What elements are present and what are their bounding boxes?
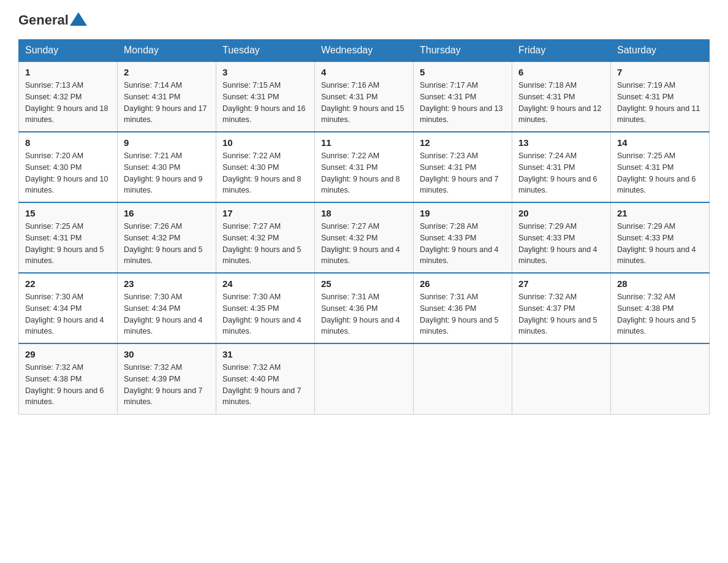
day-info: Sunrise: 7:32 AMSunset: 4:38 PMDaylight:… (617, 291, 703, 337)
table-row: 5Sunrise: 7:17 AMSunset: 4:31 PMDaylight… (414, 61, 512, 132)
day-number: 7 (617, 67, 703, 77)
table-row: 18Sunrise: 7:27 AMSunset: 4:32 PMDayligh… (315, 202, 414, 273)
day-info: Sunrise: 7:30 AMSunset: 4:34 PMDaylight:… (124, 291, 210, 337)
day-info: Sunrise: 7:28 AMSunset: 4:33 PMDaylight:… (420, 221, 506, 267)
table-row: 9Sunrise: 7:21 AMSunset: 4:30 PMDaylight… (118, 132, 216, 202)
table-row: 8Sunrise: 7:20 AMSunset: 4:30 PMDaylight… (19, 132, 118, 202)
day-info: Sunrise: 7:32 AMSunset: 4:37 PMDaylight:… (518, 291, 604, 337)
col-friday: Friday (512, 40, 611, 62)
day-number: 1 (25, 67, 111, 77)
day-number: 15 (25, 208, 111, 218)
day-number: 25 (321, 278, 407, 289)
page-header: General (18, 12, 710, 28)
table-row: 19Sunrise: 7:28 AMSunset: 4:33 PMDayligh… (414, 202, 512, 273)
col-wednesday: Wednesday (315, 40, 414, 62)
table-row: 7Sunrise: 7:19 AMSunset: 4:31 PMDaylight… (611, 61, 710, 132)
day-info: Sunrise: 7:13 AMSunset: 4:32 PMDaylight:… (25, 80, 111, 126)
table-row: 13Sunrise: 7:24 AMSunset: 4:31 PMDayligh… (512, 132, 611, 202)
day-info: Sunrise: 7:25 AMSunset: 4:31 PMDaylight:… (617, 150, 703, 196)
table-row: 28Sunrise: 7:32 AMSunset: 4:38 PMDayligh… (611, 273, 710, 343)
day-info: Sunrise: 7:22 AMSunset: 4:31 PMDaylight:… (321, 150, 407, 196)
table-row (512, 343, 611, 414)
logo-general-text: General (18, 12, 69, 28)
table-row: 17Sunrise: 7:27 AMSunset: 4:32 PMDayligh… (216, 202, 315, 273)
table-row (611, 343, 710, 414)
calendar-body: 1Sunrise: 7:13 AMSunset: 4:32 PMDaylight… (19, 61, 710, 414)
day-number: 21 (617, 208, 703, 218)
day-number: 29 (25, 349, 111, 359)
day-info: Sunrise: 7:31 AMSunset: 4:36 PMDaylight:… (321, 291, 407, 337)
table-row: 6Sunrise: 7:18 AMSunset: 4:31 PMDaylight… (512, 61, 611, 132)
day-number: 12 (420, 137, 506, 148)
day-info: Sunrise: 7:15 AMSunset: 4:31 PMDaylight:… (222, 80, 308, 126)
day-number: 31 (222, 349, 308, 359)
table-row: 4Sunrise: 7:16 AMSunset: 4:31 PMDaylight… (315, 61, 414, 132)
table-row: 15Sunrise: 7:25 AMSunset: 4:31 PMDayligh… (19, 202, 118, 273)
calendar-header: Sunday Monday Tuesday Wednesday Thursday… (19, 40, 710, 62)
calendar-table: Sunday Monday Tuesday Wednesday Thursday… (18, 39, 710, 415)
day-info: Sunrise: 7:27 AMSunset: 4:32 PMDaylight:… (222, 221, 308, 267)
day-info: Sunrise: 7:18 AMSunset: 4:31 PMDaylight:… (518, 80, 604, 126)
day-info: Sunrise: 7:19 AMSunset: 4:31 PMDaylight:… (617, 80, 703, 126)
day-number: 18 (321, 208, 407, 218)
day-number: 4 (321, 67, 407, 77)
calendar-week-row: 8Sunrise: 7:20 AMSunset: 4:30 PMDaylight… (19, 132, 710, 202)
day-info: Sunrise: 7:30 AMSunset: 4:34 PMDaylight:… (25, 291, 111, 337)
table-row: 20Sunrise: 7:29 AMSunset: 4:33 PMDayligh… (512, 202, 611, 273)
day-info: Sunrise: 7:22 AMSunset: 4:30 PMDaylight:… (222, 150, 308, 196)
day-number: 16 (124, 208, 210, 218)
table-row: 12Sunrise: 7:23 AMSunset: 4:31 PMDayligh… (414, 132, 512, 202)
day-info: Sunrise: 7:23 AMSunset: 4:31 PMDaylight:… (420, 150, 506, 196)
day-info: Sunrise: 7:27 AMSunset: 4:32 PMDaylight:… (321, 221, 407, 267)
table-row: 1Sunrise: 7:13 AMSunset: 4:32 PMDaylight… (19, 61, 118, 132)
day-number: 27 (518, 278, 604, 289)
table-row (315, 343, 414, 414)
day-number: 3 (222, 67, 308, 77)
table-row: 3Sunrise: 7:15 AMSunset: 4:31 PMDaylight… (216, 61, 315, 132)
table-row: 26Sunrise: 7:31 AMSunset: 4:36 PMDayligh… (414, 273, 512, 343)
day-info: Sunrise: 7:32 AMSunset: 4:39 PMDaylight:… (124, 362, 210, 408)
day-info: Sunrise: 7:29 AMSunset: 4:33 PMDaylight:… (518, 221, 604, 267)
day-number: 23 (124, 278, 210, 289)
day-info: Sunrise: 7:20 AMSunset: 4:30 PMDaylight:… (25, 150, 111, 196)
day-info: Sunrise: 7:32 AMSunset: 4:38 PMDaylight:… (25, 362, 111, 408)
day-number: 17 (222, 208, 308, 218)
day-number: 24 (222, 278, 308, 289)
day-number: 22 (25, 278, 111, 289)
table-row: 16Sunrise: 7:26 AMSunset: 4:32 PMDayligh… (118, 202, 216, 273)
table-row: 31Sunrise: 7:32 AMSunset: 4:40 PMDayligh… (216, 343, 315, 414)
table-row: 24Sunrise: 7:30 AMSunset: 4:35 PMDayligh… (216, 273, 315, 343)
col-thursday: Thursday (414, 40, 512, 62)
calendar-week-row: 1Sunrise: 7:13 AMSunset: 4:32 PMDaylight… (19, 61, 710, 132)
day-number: 6 (518, 67, 604, 77)
day-info: Sunrise: 7:26 AMSunset: 4:32 PMDaylight:… (124, 221, 210, 267)
day-info: Sunrise: 7:31 AMSunset: 4:36 PMDaylight:… (420, 291, 506, 337)
calendar-week-row: 29Sunrise: 7:32 AMSunset: 4:38 PMDayligh… (19, 343, 710, 414)
day-info: Sunrise: 7:14 AMSunset: 4:31 PMDaylight:… (124, 80, 210, 126)
day-number: 9 (124, 137, 210, 148)
day-number: 19 (420, 208, 506, 218)
day-info: Sunrise: 7:29 AMSunset: 4:33 PMDaylight:… (617, 221, 703, 267)
day-number: 11 (321, 137, 407, 148)
table-row: 11Sunrise: 7:22 AMSunset: 4:31 PMDayligh… (315, 132, 414, 202)
table-row: 25Sunrise: 7:31 AMSunset: 4:36 PMDayligh… (315, 273, 414, 343)
day-number: 30 (124, 349, 210, 359)
day-number: 8 (25, 137, 111, 148)
table-row: 23Sunrise: 7:30 AMSunset: 4:34 PMDayligh… (118, 273, 216, 343)
day-number: 10 (222, 137, 308, 148)
day-number: 13 (518, 137, 604, 148)
logo-triangle-icon (70, 12, 87, 26)
calendar-week-row: 22Sunrise: 7:30 AMSunset: 4:34 PMDayligh… (19, 273, 710, 343)
day-number: 28 (617, 278, 703, 289)
day-info: Sunrise: 7:30 AMSunset: 4:35 PMDaylight:… (222, 291, 308, 337)
col-saturday: Saturday (611, 40, 710, 62)
day-number: 2 (124, 67, 210, 77)
day-info: Sunrise: 7:24 AMSunset: 4:31 PMDaylight:… (518, 150, 604, 196)
day-number: 20 (518, 208, 604, 218)
table-row: 2Sunrise: 7:14 AMSunset: 4:31 PMDaylight… (118, 61, 216, 132)
day-info: Sunrise: 7:21 AMSunset: 4:30 PMDaylight:… (124, 150, 210, 196)
logo: General (18, 12, 88, 28)
table-row: 27Sunrise: 7:32 AMSunset: 4:37 PMDayligh… (512, 273, 611, 343)
col-tuesday: Tuesday (216, 40, 315, 62)
day-info: Sunrise: 7:25 AMSunset: 4:31 PMDaylight:… (25, 221, 111, 267)
